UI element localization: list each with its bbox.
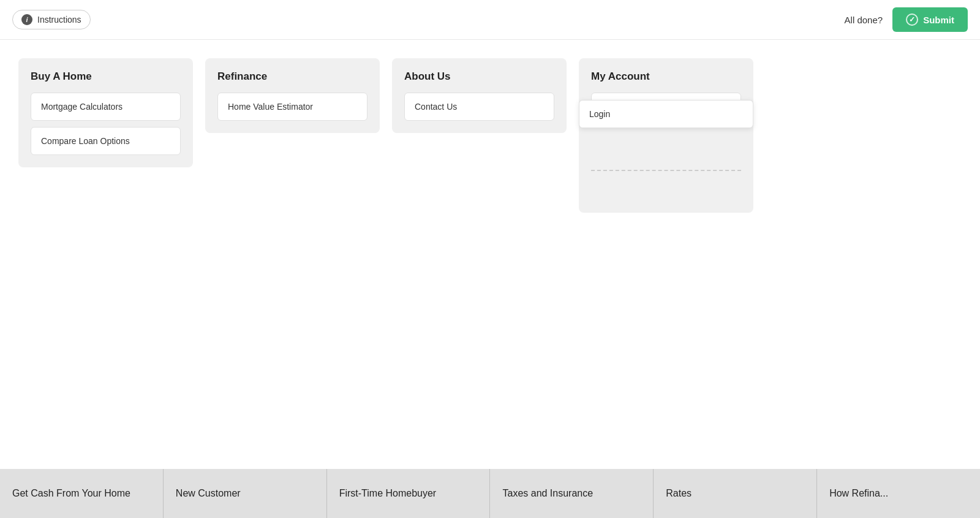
footer-how-refinance[interactable]: How Refina... <box>817 469 980 518</box>
my-account-card: My Account Apply Now Login <box>579 58 753 213</box>
submit-label: Submit <box>923 15 954 25</box>
my-account-dropdown: Login <box>579 100 753 128</box>
topbar-right: All done? ✓ Submit <box>845 7 968 32</box>
about-us-card: About Us Contact Us <box>392 58 567 133</box>
about-us-items: Contact Us <box>404 93 554 121</box>
all-done-text: All done? <box>845 15 883 25</box>
check-icon: ✓ <box>906 13 918 26</box>
my-account-title: My Account <box>591 70 741 83</box>
info-icon: i <box>21 14 32 25</box>
submit-button[interactable]: ✓ Submit <box>892 7 968 32</box>
contact-us-item[interactable]: Contact Us <box>404 93 554 121</box>
buy-a-home-card: Buy A Home Mortgage Calculators Compare … <box>18 58 193 167</box>
instructions-button[interactable]: i Instructions <box>12 10 91 29</box>
footer-get-cash[interactable]: Get Cash From Your Home <box>0 469 164 518</box>
footer-taxes-insurance[interactable]: Taxes and Insurance <box>490 469 654 518</box>
card-bottom-dashed <box>591 170 741 200</box>
topbar: i Instructions All done? ✓ Submit <box>0 0 980 40</box>
login-item[interactable]: Login <box>579 101 753 128</box>
footer-new-customer[interactable]: New Customer <box>164 469 327 518</box>
footer-first-time-homebuyer[interactable]: First-Time Homebuyer <box>327 469 491 518</box>
refinance-card: Refinance Home Value Estimator <box>205 58 380 133</box>
main-content: Buy A Home Mortgage Calculators Compare … <box>0 40 980 231</box>
about-us-title: About Us <box>404 70 554 83</box>
home-value-estimator-item[interactable]: Home Value Estimator <box>217 93 368 121</box>
refinance-items: Home Value Estimator <box>217 93 368 121</box>
instructions-label: Instructions <box>37 15 81 25</box>
mortgage-calculators-item[interactable]: Mortgage Calculators <box>31 93 181 121</box>
compare-loan-options-item[interactable]: Compare Loan Options <box>31 127 181 155</box>
buy-a-home-items: Mortgage Calculators Compare Loan Option… <box>31 93 181 155</box>
footer-bar: Get Cash From Your Home New Customer Fir… <box>0 469 980 518</box>
buy-a-home-title: Buy A Home <box>31 70 181 83</box>
refinance-title: Refinance <box>217 70 368 83</box>
footer-rates[interactable]: Rates <box>654 469 817 518</box>
